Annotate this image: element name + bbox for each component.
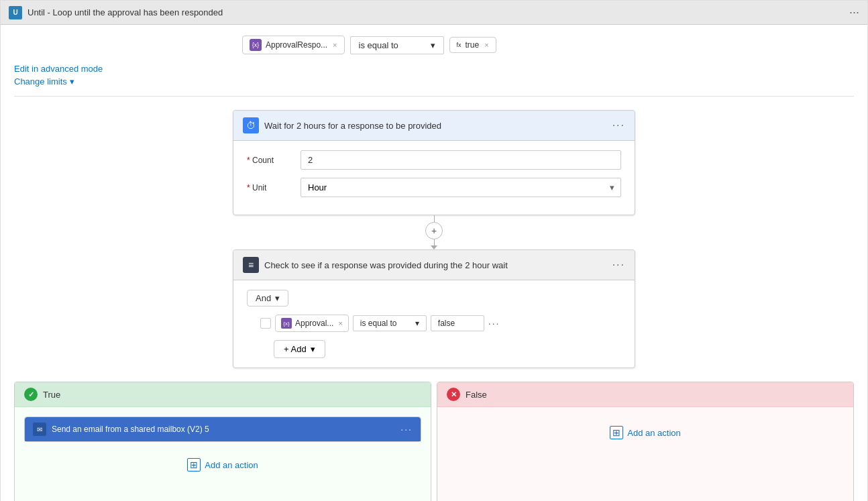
and-button[interactable]: And ▾ [247, 290, 288, 307]
false-branch-title: False [466, 390, 487, 400]
edit-advanced-link[interactable]: Edit in advanced mode [14, 64, 854, 74]
approval-token-chip[interactable]: {x} ApprovalRespo... × [242, 36, 345, 54]
wait-action-icon: ⏱ [243, 117, 259, 133]
and-label: And [256, 293, 271, 303]
divider [14, 96, 854, 97]
send-email-label: Send an email from a shared mailbox (V2)… [52, 425, 209, 434]
add-chevron: ▾ [311, 344, 315, 354]
operator-label: is equal to [359, 40, 398, 50]
connector-section: + [425, 215, 443, 249]
change-limits-label: Change limits [14, 76, 67, 87]
true-branch-title: True [43, 390, 60, 400]
unit-required: * [247, 183, 252, 192]
count-required: * [247, 156, 252, 165]
send-email-more[interactable]: ··· [400, 424, 413, 435]
condition-card-title-text: Check to see if a response was provided … [264, 260, 508, 270]
true-branch-header: ✓ True [15, 382, 431, 407]
false-branch-body: ⊞ Add an action [437, 407, 853, 501]
token2-close[interactable]: × [484, 41, 488, 49]
unit-row: * Unit Hour ▾ [247, 178, 621, 197]
true-add-action-label: Add an action [205, 460, 258, 470]
count-row: * Count [247, 150, 621, 170]
content-area: {x} ApprovalRespo... × is equal to ▾ fx … [1, 25, 867, 501]
unit-select[interactable]: Hour [301, 178, 621, 197]
cond-value-field[interactable]: false [431, 315, 484, 331]
send-email-title: ✉ Send an email from a shared mailbox (V… [33, 423, 209, 436]
connector-line-top [434, 215, 435, 222]
wait-card-title: ⏱ Wait for 2 hours for a response to be … [243, 117, 441, 133]
true-token-chip[interactable]: fx true × [449, 37, 496, 53]
token2-icon: fx [457, 42, 462, 48]
add-step-button[interactable]: + [425, 222, 443, 239]
send-email-icon: ✉ [33, 423, 46, 436]
condition-card-header: ≡ Check to see if a response was provide… [233, 250, 635, 280]
wait-more-options[interactable]: ··· [612, 119, 625, 131]
send-email-header: ✉ Send an email from a shared mailbox (V… [25, 417, 421, 441]
cond-operator-label: is equal to [360, 319, 397, 328]
and-row: And ▾ [247, 290, 621, 307]
count-label: * Count [247, 156, 301, 165]
cond-value-text: false [438, 319, 455, 328]
cond-token-label: Approval... [295, 319, 333, 328]
false-add-icon: ⊞ [610, 426, 623, 439]
unit-select-wrapper: Hour ▾ [301, 178, 621, 197]
add-condition-label: + Add [284, 344, 307, 354]
top-condition-bar: {x} ApprovalRespo... × is equal to ▾ fx … [14, 36, 854, 54]
false-add-action-label: Add an action [627, 428, 681, 438]
change-limits-chevron: ▾ [70, 76, 74, 87]
cond-approval-token[interactable]: {x} Approval... × [275, 315, 349, 332]
change-limits-button[interactable]: Change limits ▾ [14, 76, 854, 87]
true-add-icon: ⊞ [187, 458, 201, 471]
count-input[interactable] [301, 150, 621, 170]
false-branch-panel: ✕ False ⊞ Add an action [437, 382, 854, 501]
and-chevron: ▾ [275, 293, 280, 303]
condition-action-icon: ≡ [243, 257, 259, 273]
window-title: Until - Loop until the approval has been… [28, 7, 223, 17]
true-add-action[interactable]: ⊞ Add an action [24, 449, 421, 481]
token1-close[interactable]: × [333, 41, 337, 49]
cond-operator-chevron: ▾ [415, 319, 419, 328]
true-icon: ✓ [24, 388, 38, 401]
title-bar-left: U Until - Loop until the approval has be… [9, 6, 223, 19]
token2-label: true [466, 40, 480, 50]
condition-body: And ▾ {x} Approval... × is equal to [233, 280, 635, 368]
false-branch-header: ✕ False [437, 382, 853, 407]
operator-dropdown[interactable]: is equal to ▾ [350, 36, 444, 54]
cond-operator-dropdown[interactable]: is equal to ▾ [353, 315, 427, 331]
cond-token-close[interactable]: × [338, 319, 342, 327]
unit-label: * Unit [247, 183, 301, 192]
true-branch-panel: ✓ True ✉ Send an email from a shared mai… [14, 382, 431, 501]
cond-token-icon: {x} [281, 318, 292, 329]
add-condition-row: + Add ▾ [274, 340, 621, 358]
operator-chevron: ▾ [431, 40, 435, 50]
true-branch-body: ✉ Send an email from a shared mailbox (V… [15, 407, 431, 501]
flow-container: ⏱ Wait for 2 hours for a response to be … [14, 110, 854, 501]
main-window: U Until - Loop until the approval has be… [0, 0, 868, 501]
false-add-action[interactable]: ⊞ Add an action [447, 416, 844, 449]
condition-row: {x} Approval... × is equal to ▾ false ··… [260, 315, 621, 332]
title-bar: U Until - Loop until the approval has be… [1, 1, 867, 25]
condition-more-options[interactable]: ··· [612, 259, 625, 271]
send-email-card: ✉ Send an email from a shared mailbox (V… [24, 416, 421, 442]
more-options-button[interactable]: ··· [849, 5, 859, 19]
token1-icon: {x} [250, 39, 262, 51]
wait-card-body: * Count * Unit Hour ▾ [233, 141, 635, 215]
wait-card-header: ⏱ Wait for 2 hours for a response to be … [233, 111, 635, 141]
wait-action-card: ⏱ Wait for 2 hours for a response to be … [233, 110, 635, 215]
condition-card-title: ≡ Check to see if a response was provide… [243, 257, 508, 273]
branches-row: ✓ True ✉ Send an email from a shared mai… [14, 382, 854, 501]
false-icon: ✕ [447, 388, 460, 401]
token1-label: ApprovalRespo... [266, 40, 327, 50]
condition-card: ≡ Check to see if a response was provide… [233, 249, 635, 368]
condition-checkbox[interactable] [260, 318, 271, 329]
links-area: Edit in advanced mode Change limits ▾ [14, 64, 854, 87]
add-condition-button[interactable]: + Add ▾ [274, 340, 325, 358]
cond-row-more[interactable]: ··· [488, 318, 500, 329]
wait-card-title-text: Wait for 2 hours for a response to be pr… [264, 121, 441, 131]
app-icon: U [9, 6, 22, 19]
